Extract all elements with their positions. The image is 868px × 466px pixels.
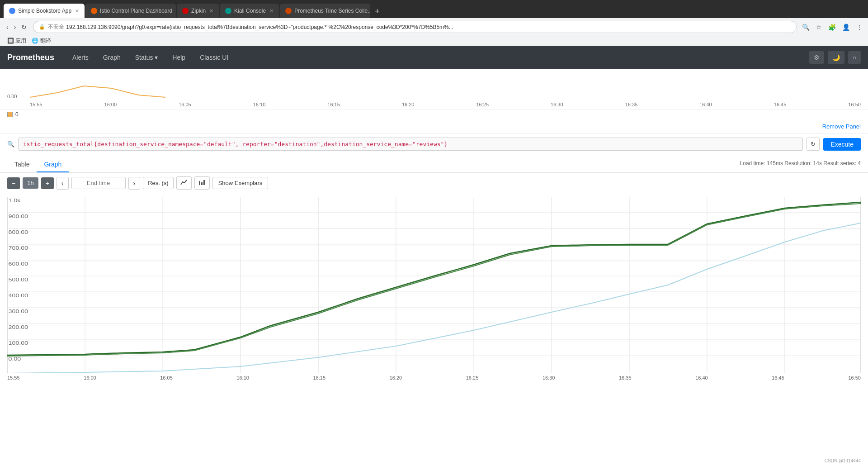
- tab-table[interactable]: Table: [7, 157, 37, 172]
- mini-x-5: 16:20: [402, 102, 415, 107]
- x-label-4: 16:15: [313, 375, 326, 380]
- x-label-5: 16:20: [390, 375, 402, 380]
- bookmark-btn[interactable]: ☆: [814, 22, 824, 33]
- settings-button[interactable]: ⚙: [809, 51, 824, 64]
- legend-color-box: [7, 112, 13, 117]
- lock-icon: 🔒: [39, 24, 45, 30]
- execute-button[interactable]: Execute: [823, 138, 861, 151]
- mini-x-4: 16:15: [327, 102, 340, 107]
- tab-close-4[interactable]: ✕: [269, 8, 274, 14]
- nav-graph[interactable]: Graph: [96, 48, 128, 67]
- tab-simple-bookstore[interactable]: Simple Bookstore App ✕: [4, 4, 85, 18]
- mini-x-labels: 15:55 16:00 16:05 16:10 16:15 16:20 16:2…: [30, 102, 861, 107]
- bar-chart-icon: [198, 179, 206, 185]
- y-label-600: 600.00: [9, 261, 28, 267]
- show-exemplars-button[interactable]: Show Exemplars: [212, 177, 269, 189]
- mini-x-1: 16:00: [104, 102, 117, 107]
- y-label-400: 400.00: [9, 293, 28, 299]
- mini-x-0: 15:55: [30, 102, 42, 107]
- address-bar[interactable]: 🔒 不安全 192.168.129.136:9090/graph?g0.expr…: [33, 21, 797, 33]
- tab-istio[interactable]: Istio Control Plane Dashboard ✕: [85, 4, 176, 18]
- legend-label-text: 0: [15, 111, 19, 118]
- tab-close-1[interactable]: ✕: [75, 8, 79, 14]
- menu-btn[interactable]: ⋮: [854, 22, 864, 33]
- mini-graph-wrapper: 0.00 15:55 16:00 16:05 16:10 16:15 16:20…: [7, 72, 861, 107]
- mini-graph-line: [30, 86, 165, 97]
- nav-bar: ‹ › ↻ 🔒 不安全 192.168.129.136:9090/graph?g…: [0, 18, 868, 36]
- prometheus-brand: Prometheus: [7, 53, 54, 62]
- nav-classic-ui[interactable]: Classic UI: [193, 48, 236, 67]
- tab-bar: Simple Bookstore App ✕ Istio Control Pla…: [0, 0, 868, 18]
- tab-label-5: Prometheus Time Series Colle...: [294, 8, 370, 14]
- refresh-button[interactable]: ↻: [807, 138, 820, 151]
- nav-status[interactable]: Status ▾: [128, 48, 165, 67]
- forward-button[interactable]: ›: [11, 22, 19, 33]
- tab-graph[interactable]: Graph: [37, 157, 69, 172]
- end-time-input[interactable]: [71, 177, 126, 189]
- svg-rect-2: [203, 180, 205, 185]
- y-label-200: 200.00: [9, 324, 28, 330]
- mini-x-10: 16:45: [774, 102, 787, 107]
- y-label-800: 800.00: [9, 229, 28, 235]
- back-button[interactable]: ‹: [4, 22, 11, 33]
- extensions-btn[interactable]: 🧩: [826, 22, 838, 33]
- reload-button[interactable]: ↻: [19, 22, 29, 33]
- meta-info: Load time: 145ms Resolution: 14s Result …: [740, 160, 861, 169]
- x-label-8: 16:35: [619, 375, 632, 380]
- tab-icon-2: [91, 8, 97, 14]
- remove-panel-row: Remove Panel: [0, 121, 868, 133]
- x-axis-labels: 15:55 16:00 16:05 16:10 16:15 16:20 16:2…: [7, 374, 861, 381]
- nav-alerts[interactable]: Alerts: [65, 48, 96, 67]
- mini-x-2: 16:05: [179, 102, 191, 107]
- not-secure-label: 不安全: [48, 23, 64, 31]
- resolution-button[interactable]: Res. (s): [143, 177, 174, 189]
- zoom-out-button[interactable]: −: [7, 177, 20, 189]
- mini-graph-area: 0.00 15:55 16:00 16:05 16:10 16:15 16:20…: [0, 69, 868, 109]
- y-label-0: 0.00: [9, 356, 21, 362]
- y-label-500: 500.00: [9, 277, 28, 283]
- mini-y-label: 0.00: [7, 94, 30, 99]
- browser-chrome: Simple Bookstore App ✕ Istio Control Pla…: [0, 0, 868, 36]
- line-chart-icon: [180, 179, 188, 185]
- next-time-button[interactable]: ›: [128, 177, 141, 190]
- line-chart-button[interactable]: [176, 176, 192, 190]
- tab-close-3[interactable]: ✕: [209, 8, 213, 14]
- tabs-row: Table Graph Load time: 145ms Resolution:…: [0, 154, 868, 173]
- remove-panel-link[interactable]: Remove Panel: [822, 123, 861, 130]
- x-label-0: 15:55: [7, 375, 20, 380]
- duration-button[interactable]: 1h: [23, 177, 38, 189]
- mini-x-8: 16:35: [625, 102, 638, 107]
- new-tab-button[interactable]: +: [371, 5, 383, 18]
- y-label-900: 900.00: [9, 214, 28, 219]
- header-right: ⚙ 🌙 ○: [809, 51, 861, 64]
- tab-label-4: Kiali Console: [234, 8, 266, 14]
- x-label-11: 16:50: [848, 375, 861, 380]
- nav-help[interactable]: Help: [165, 48, 193, 67]
- light-mode-button[interactable]: ○: [848, 51, 861, 64]
- prev-time-button[interactable]: ‹: [57, 177, 69, 190]
- tab-prometheus[interactable]: Prometheus Time Series Colle... ✕: [280, 4, 370, 18]
- tab-label-3: Zipkin: [191, 8, 206, 14]
- search-browser-btn[interactable]: 🔍: [800, 22, 811, 33]
- bookmarks-bar: 🔲 应用 🌐 翻译: [0, 36, 868, 46]
- url-text: 192.168.129.136:9090/graph?g0.expr=rate(…: [66, 24, 453, 30]
- tab-kiali[interactable]: Kiali Console ✕: [220, 4, 279, 18]
- query-input[interactable]: [18, 138, 803, 151]
- zoom-in-button[interactable]: +: [41, 177, 54, 189]
- graph-wrap: 1.0k 900.00 800.00 700.00 600.00 500.00 …: [7, 197, 861, 373]
- profile-btn[interactable]: 👤: [840, 22, 852, 33]
- bar-chart-button[interactable]: [194, 176, 210, 190]
- bookmark-translate[interactable]: 🌐 翻译: [32, 37, 51, 45]
- nav-right: 🔍 ☆ 🧩 👤 ⋮: [800, 22, 864, 33]
- bookmark-apps[interactable]: 🔲 应用: [7, 37, 26, 45]
- y-label-300: 300.00: [9, 309, 28, 314]
- x-label-3: 16:10: [236, 375, 249, 380]
- mini-x-6: 16:25: [476, 102, 489, 107]
- mini-x-7: 16:30: [551, 102, 563, 107]
- mini-graph-svg: [30, 72, 861, 100]
- dark-mode-button[interactable]: 🌙: [828, 51, 844, 64]
- tab-icon-5: [285, 8, 292, 14]
- x-label-9: 16:40: [695, 375, 708, 380]
- tab-zipkin[interactable]: Zipkin ✕: [177, 4, 219, 18]
- x-label-7: 16:30: [542, 375, 555, 380]
